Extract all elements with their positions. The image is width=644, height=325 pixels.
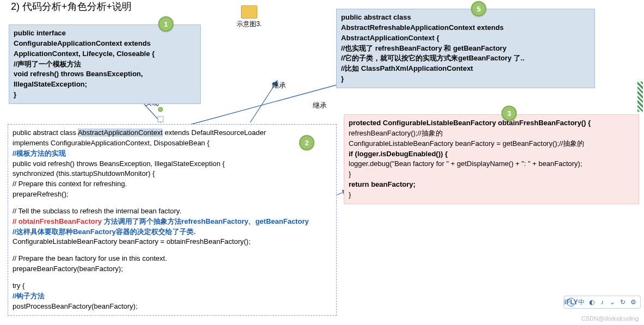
folder-label: 示意图3. xyxy=(237,20,262,29)
diagram-title: 2) 代码分析+角色分析+说明 xyxy=(11,0,132,13)
code-line: ConfigurableListableBeanFactory beanFact… xyxy=(349,139,634,149)
code-line: } xyxy=(14,90,196,100)
box-abstract-application-context: public abstract class AbstractApplicatio… xyxy=(8,124,337,316)
ime-gear-icon[interactable]: ⚙ xyxy=(629,298,637,306)
code-line: postProcessBeanFactory(beanFactory); xyxy=(13,302,332,312)
code-line: void refresh() throws BeansException, xyxy=(14,69,196,79)
code-line: //比如 ClassPathXmlApplicationContext xyxy=(341,64,590,74)
code-line: AbstractApplicationContext { xyxy=(341,33,590,44)
badge-5: 5 xyxy=(471,1,486,16)
ime-lang-button[interactable]: 中 xyxy=(577,298,586,306)
badge-3: 3 xyxy=(501,106,517,121)
ime-sound-icon[interactable]: ♪ xyxy=(598,298,606,306)
code-line: logger.debug("Bean factory for " + getDi… xyxy=(349,159,634,169)
code-line: AbstractRefreshableApplicationContext ex… xyxy=(341,23,590,33)
code-line: protected ConfigurableListableBeanFactor… xyxy=(349,118,634,128)
code-line: synchronized (this.startupShutdownMonito… xyxy=(13,169,332,179)
svg-point-5 xyxy=(158,107,163,112)
code-line: // obtainFreshBeanFactory 方法调用了两个抽象方法ref… xyxy=(13,217,332,227)
folder-icon xyxy=(241,5,257,19)
ime-refresh-icon[interactable]: ↻ xyxy=(618,298,627,306)
code-line: //它的子类，就可以按它的实现方式来getBeanFactory 了.. xyxy=(341,53,590,64)
code-line: refreshBeanFactory();//抽象的 xyxy=(349,128,634,139)
ime-toolbar[interactable]: iFLY 中 ◐ ♪ ⌄ ↻ ⚙ xyxy=(564,296,641,309)
code-line: public void refresh() throws BeansExcept… xyxy=(13,159,332,169)
box-configurable-interface: public interface ConfigurableApplication… xyxy=(9,24,201,104)
code-line: } xyxy=(349,169,634,180)
box-obtain-fresh-bean-factory: protected ConfigurableListableBeanFactor… xyxy=(344,114,639,204)
code-line: //钩子方法 xyxy=(13,291,332,302)
code-line: //模板方法的实现 xyxy=(13,149,332,159)
code-line: // Prepare this context for refreshing. xyxy=(13,179,332,189)
ime-mode-icon[interactable]: ◐ xyxy=(587,298,596,306)
code-line: // Prepare the bean factory for use in t… xyxy=(13,254,332,264)
code-line: ApplicationContext, Lifecycle, Closeable… xyxy=(14,49,196,59)
svg-rect-6 xyxy=(158,116,163,122)
code-line: prepareRefresh(); xyxy=(13,189,332,200)
label-inherit-1: 继承 xyxy=(272,81,286,90)
folder-icon-group: 示意图3. xyxy=(237,5,262,29)
code-line: prepareBeanFactory(beanFactory); xyxy=(13,264,332,274)
ime-down-icon[interactable]: ⌄ xyxy=(608,298,617,306)
code-line: //声明了一个模板方法 xyxy=(14,59,196,70)
code-line: // Tell the subclass to refresh the inte… xyxy=(13,206,332,217)
code-line: return beanFactory; xyxy=(349,180,634,190)
watermark: CSDN@dododcoding xyxy=(581,315,639,322)
code-line: ConfigurableApplicationContext extends xyxy=(14,39,196,49)
code-line: implements ConfigurableApplicationContex… xyxy=(13,138,332,149)
code-line: //也实现了 refreshBeanFactory 和 getBeanFacto… xyxy=(341,44,590,54)
code-line: if (logger.isDebugEnabled()) { xyxy=(349,149,634,160)
code-line: public abstract class xyxy=(341,13,590,23)
label-inherit-2: 继承 xyxy=(313,101,327,111)
code-line: public abstract class AbstractApplicatio… xyxy=(13,128,332,138)
code-line: //这样具体要取那种BeanFactory容器的决定权交给了子类. xyxy=(13,227,332,237)
badge-2: 2 xyxy=(299,135,314,150)
code-line: try { xyxy=(13,281,332,291)
box-abstract-refreshable: public abstract class AbstractRefreshabl… xyxy=(336,9,595,88)
ifly-icon[interactable]: iFLY xyxy=(567,298,575,306)
code-line: } xyxy=(349,190,634,200)
code-line: } xyxy=(341,74,590,84)
code-line: IllegalStateException; xyxy=(14,79,196,90)
decorative-stripe xyxy=(637,82,643,112)
code-line: ConfigurableListableBeanFactory beanFact… xyxy=(13,237,332,247)
badge-1: 1 xyxy=(158,16,174,32)
